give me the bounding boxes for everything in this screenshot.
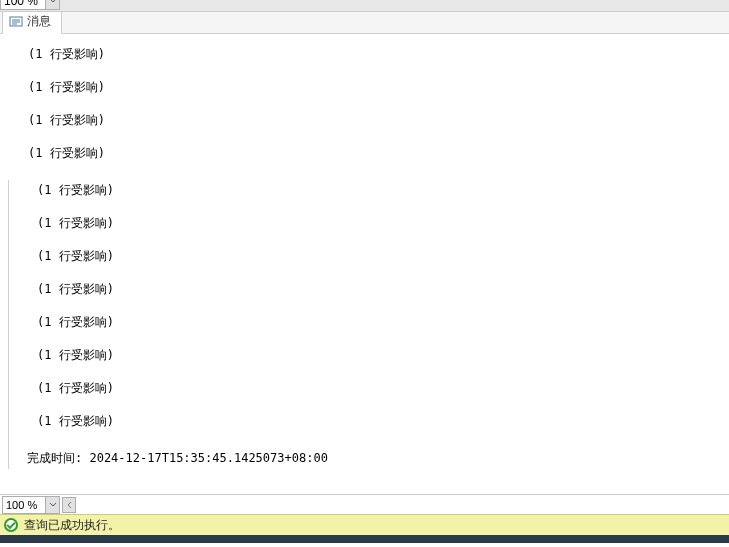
- message-line: (1 行受影响): [9, 345, 729, 378]
- completion-time-line: 完成时间: 2024-12-17T15:35:45.1425073+08:00: [9, 444, 729, 469]
- message-line: (1 行受影响): [9, 213, 729, 246]
- window-bottom-strip: [0, 535, 729, 543]
- message-line: (1 行受影响): [0, 77, 729, 110]
- messages-pane[interactable]: (1 行受影响) (1 行受影响) (1 行受影响) (1 行受影响) (1 行…: [0, 34, 729, 494]
- message-line: (1 行受影响): [9, 378, 729, 411]
- tab-messages-label: 消息: [27, 13, 51, 30]
- tab-messages[interactable]: 消息: [2, 9, 62, 34]
- results-tab-bar: 消息: [0, 12, 729, 34]
- chevron-down-icon[interactable]: [45, 0, 59, 9]
- message-line: (1 行受影响): [9, 411, 729, 444]
- message-line: (1 行受影响): [9, 312, 729, 345]
- message-line: (1 行受影响): [0, 44, 729, 77]
- status-bar: 查询已成功执行。: [0, 514, 729, 535]
- top-zoom-bar: 100 %: [0, 0, 729, 12]
- message-line: (1 行受影响): [0, 110, 729, 143]
- message-line: (1 行受影响): [9, 180, 729, 213]
- status-text: 查询已成功执行。: [24, 517, 120, 534]
- chevron-down-icon[interactable]: [45, 497, 59, 513]
- message-line: (1 行受影响): [9, 246, 729, 279]
- messages-icon: [9, 15, 23, 29]
- top-zoom-combo[interactable]: 100 %: [0, 0, 60, 10]
- scroll-left-button[interactable]: [62, 497, 76, 513]
- success-icon: [4, 518, 18, 532]
- message-group: (1 行受影响) (1 行受影响) (1 行受影响) (1 行受影响) (1 行…: [8, 180, 729, 469]
- top-zoom-value: 100 %: [4, 0, 38, 8]
- zoom-combo[interactable]: 100 %: [2, 496, 60, 514]
- message-line: (1 行受影响): [0, 143, 729, 176]
- zoom-value: 100 %: [6, 499, 37, 511]
- message-group: (1 行受影响) (1 行受影响) (1 行受影响) (1 行受影响): [0, 44, 729, 176]
- message-line: (1 行受影响): [9, 279, 729, 312]
- lower-zoom-bar: 100 %: [0, 494, 729, 514]
